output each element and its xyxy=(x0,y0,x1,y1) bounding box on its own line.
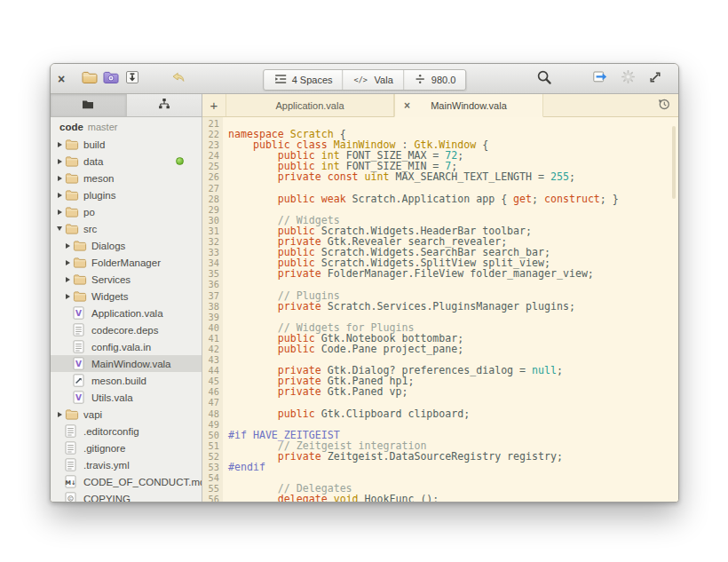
share-icon xyxy=(592,69,608,88)
svg-text:V: V xyxy=(75,309,82,318)
line-number: 29 xyxy=(202,204,223,215)
language-button[interactable]: </> Vala xyxy=(343,70,403,90)
code-line-38[interactable]: 38 private Scratch.Services.PluginsManag… xyxy=(202,301,678,312)
undo-button[interactable] xyxy=(168,68,189,90)
tree-item-foldermanager[interactable]: FolderManager xyxy=(51,254,202,271)
svg-text:c: c xyxy=(69,495,72,501)
code-line-42[interactable]: 42 public Code.Pane project_pane; xyxy=(202,344,678,354)
tree-item-meson[interactable]: meson xyxy=(51,170,202,186)
chevron-right-icon[interactable] xyxy=(54,159,65,164)
templates-button[interactable] xyxy=(100,68,122,90)
files-view-button[interactable] xyxy=(51,94,126,116)
chevron-right-icon[interactable] xyxy=(62,260,73,265)
goto-line-label: 980.0 xyxy=(431,75,456,85)
line-number: 26 xyxy=(202,171,223,182)
sidebar-view-switcher xyxy=(51,94,202,117)
chevron-right-icon[interactable] xyxy=(62,243,73,249)
close-window-button[interactable]: × xyxy=(58,73,74,85)
tree-item-label: build xyxy=(83,139,105,150)
save-as-button[interactable] xyxy=(122,68,143,90)
tree-item-label: COPYING xyxy=(83,494,131,503)
folder-icon xyxy=(65,155,80,167)
line-number: 47 xyxy=(202,397,223,408)
statusbar-button-group: 4 Spaces </> Vala 980.0 xyxy=(263,69,467,91)
restore-closed-tab-button[interactable] xyxy=(650,94,678,116)
tree-item-mainwindow-vala[interactable]: VMainWindow.vala xyxy=(51,355,202,372)
tree-item-config-vala-in[interactable]: config.vala.in xyxy=(51,338,202,355)
tree-item-editorconfig[interactable]: .editorconfig xyxy=(51,423,202,439)
chevron-right-icon[interactable] xyxy=(54,412,65,417)
file-license-icon: c xyxy=(65,492,80,503)
tree-item-label: .travis.yml xyxy=(83,460,130,471)
tree-item-gitignore[interactable]: .gitignore xyxy=(51,439,202,456)
chevron-right-icon[interactable] xyxy=(54,210,65,215)
tree-item-po[interactable]: po xyxy=(51,203,202,220)
line-number: 43 xyxy=(202,354,223,365)
window-titlebar[interactable]: × 4 Spaces </> Vala 980.0 xyxy=(51,64,678,94)
svg-text:M↓: M↓ xyxy=(66,479,76,487)
code-line-56[interactable]: 56 delegate void HookFunc (); xyxy=(202,494,678,503)
code-text: #endif xyxy=(223,462,265,472)
chevron-down-icon[interactable] xyxy=(54,226,65,231)
share-button[interactable] xyxy=(590,68,611,90)
search-button[interactable] xyxy=(534,68,555,90)
tree-item-plugins[interactable]: plugins xyxy=(51,186,202,203)
tree-item-services[interactable]: Services xyxy=(51,271,202,288)
tree-item-codecore-deps[interactable]: codecore.deps xyxy=(51,321,202,338)
source-editor[interactable]: 2122namespace Scratch {23 public class M… xyxy=(202,117,678,503)
code-line-46[interactable]: 46 private Gtk.Paned vp; xyxy=(202,386,678,397)
code-line-35[interactable]: 35 private FolderManager.FileView folder… xyxy=(202,268,678,279)
editor-scrollbar[interactable] xyxy=(672,126,676,199)
tree-item-src[interactable]: src xyxy=(51,220,202,237)
folder-icon xyxy=(65,408,80,420)
indent-width-button[interactable]: 4 Spaces xyxy=(264,70,343,90)
chevron-right-icon[interactable] xyxy=(62,294,73,299)
tree-item-application-vala[interactable]: VApplication.vala xyxy=(51,305,202,321)
code-line-48[interactable]: 48 public Gtk.Clipboard clipboard; xyxy=(202,408,678,419)
svg-text:V: V xyxy=(75,393,82,402)
project-branch: master xyxy=(88,122,118,132)
file-build-icon xyxy=(73,374,88,387)
tree-item-copying[interactable]: cCOPYING xyxy=(51,490,202,503)
outline-view-button[interactable] xyxy=(126,94,202,116)
tree-item-dialogs[interactable]: Dialogs xyxy=(51,237,202,254)
tree-item-travis-yml[interactable]: .travis.yml xyxy=(51,456,202,473)
line-number: 55 xyxy=(202,483,223,494)
tree-item-label: Widgets xyxy=(91,291,129,302)
tree-item-vapi[interactable]: vapi xyxy=(51,406,202,423)
folder-icon xyxy=(65,189,80,201)
line-number: 39 xyxy=(202,312,223,322)
code-line-28[interactable]: 28 public weak Scratch.Application app {… xyxy=(202,194,678,204)
search-icon xyxy=(535,68,553,90)
line-number: 49 xyxy=(202,419,223,430)
code-language-icon: </> xyxy=(353,74,369,86)
tree-item-label: po xyxy=(83,207,95,218)
titlebar-right-group xyxy=(534,68,671,90)
file-text-icon xyxy=(65,424,80,438)
tab-application-vala[interactable]: Application.vala xyxy=(226,94,394,116)
new-tab-button[interactable]: + xyxy=(202,94,226,116)
close-tab-icon[interactable]: × xyxy=(404,100,410,111)
tree-item-data[interactable]: data xyxy=(51,153,202,170)
chevron-right-icon[interactable] xyxy=(54,193,65,198)
tree-item-code-of-conduct-md[interactable]: M↓CODE_OF_CONDUCT.md xyxy=(51,473,202,490)
tree-item-widgets[interactable]: Widgets xyxy=(51,288,202,305)
chevron-right-icon[interactable] xyxy=(62,277,73,282)
tree-item-utils-vala[interactable]: VUtils.vala xyxy=(51,389,202,406)
code-line-52[interactable]: 52 private Zeitgeist.DataSourceRegistry … xyxy=(202,451,678,462)
tab-mainwindow-vala[interactable]: × MainWindow.vala xyxy=(394,94,543,117)
templates-folder-icon xyxy=(102,70,120,88)
open-file-button[interactable] xyxy=(79,68,100,90)
tree-item-build[interactable]: build xyxy=(51,136,202,153)
line-number: 45 xyxy=(202,376,223,386)
tree-item-meson-build[interactable]: meson.build xyxy=(51,372,202,389)
chevron-right-icon[interactable] xyxy=(54,176,65,181)
code-line-26[interactable]: 26 private const uint MAX_SEARCH_TEXT_LE… xyxy=(202,171,678,182)
settings-button[interactable] xyxy=(617,68,638,90)
project-header[interactable]: code master xyxy=(51,117,202,136)
code-text: public Gtk.Clipboard clipboard; xyxy=(223,408,470,419)
code-line-53[interactable]: 53#endif xyxy=(202,462,678,472)
chevron-right-icon[interactable] xyxy=(54,142,65,147)
fullscreen-button[interactable] xyxy=(645,68,666,90)
goto-line-button[interactable]: 980.0 xyxy=(403,70,466,90)
